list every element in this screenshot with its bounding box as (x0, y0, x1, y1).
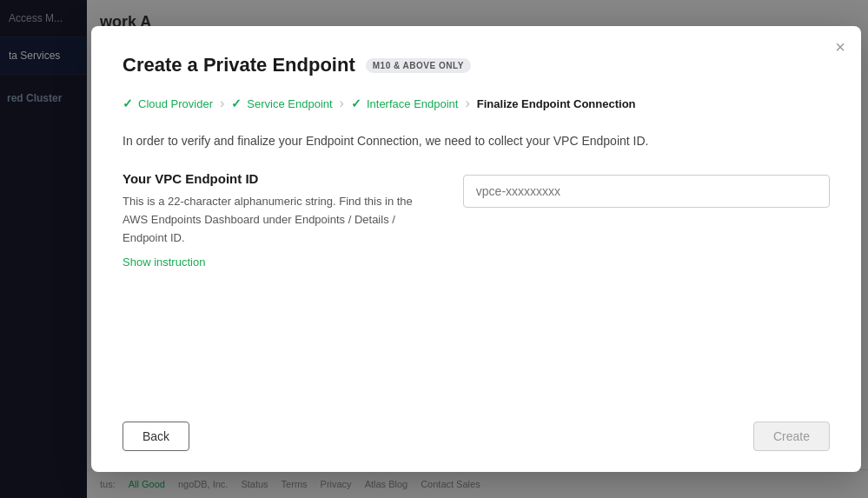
step-service-endpoint-label: Service Endpoint (247, 97, 332, 110)
show-instruction-link[interactable]: Show instruction (123, 256, 205, 269)
vpc-section-title: Your VPC Endpoint ID (123, 171, 428, 186)
modal-description: In order to verify and finalize your End… (123, 132, 830, 150)
close-button[interactable]: × (835, 38, 845, 56)
stepper: ✓ Cloud Provider › ✓ Service Endpoint › … (123, 96, 830, 111)
step-service-endpoint: ✓ Service Endpoint (231, 96, 332, 110)
vpc-info: Your VPC Endpoint ID This is a 22-charac… (123, 171, 428, 269)
modal-badge: M10 & ABOVE ONLY (366, 58, 471, 73)
step-separator-1: › (220, 96, 224, 111)
step-check-icon: ✓ (123, 96, 133, 110)
step-separator-2: › (340, 96, 344, 111)
step-check-icon-3: ✓ (351, 96, 361, 110)
create-button[interactable]: Create (753, 422, 830, 451)
back-button[interactable]: Back (123, 422, 189, 451)
vpc-endpoint-id-input[interactable] (463, 175, 830, 208)
modal-footer: Back Create (123, 422, 830, 451)
step-finalize-label: Finalize Endpoint Connection (477, 97, 636, 110)
step-interface-endpoint: ✓ Interface Endpoint (351, 96, 459, 110)
step-interface-endpoint-label: Interface Endpoint (367, 97, 459, 110)
step-finalize: Finalize Endpoint Connection (477, 97, 636, 110)
vpc-input-area (463, 171, 830, 208)
modal-title: Create a Private Endpoint (123, 54, 355, 76)
content-row: Your VPC Endpoint ID This is a 22-charac… (123, 171, 830, 269)
vpc-section-description: This is a 22-character alphanumeric stri… (123, 193, 428, 247)
step-cloud-provider-label: Cloud Provider (138, 97, 213, 110)
step-separator-3: › (465, 96, 469, 111)
step-check-icon-2: ✓ (231, 96, 242, 110)
step-cloud-provider: ✓ Cloud Provider (123, 96, 213, 110)
modal-title-row: Create a Private Endpoint M10 & ABOVE ON… (123, 54, 830, 76)
modal: × Create a Private Endpoint M10 & ABOVE … (91, 26, 861, 472)
